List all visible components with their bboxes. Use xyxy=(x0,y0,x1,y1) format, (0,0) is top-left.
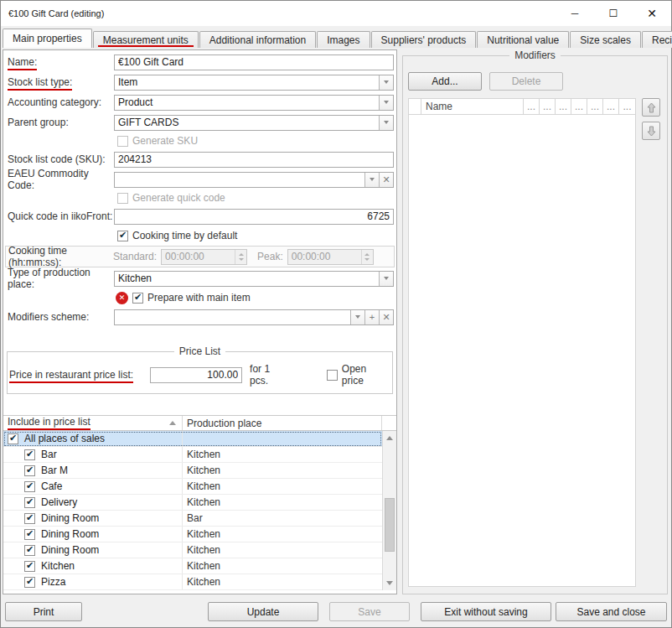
generate-quick-code-label: Generate quick code xyxy=(132,192,225,204)
production-place-type-select[interactable]: Kitchen xyxy=(114,271,394,287)
modifier-extra-column: ... xyxy=(619,99,635,114)
eaeu-code-label: EAEU Commodity Code: xyxy=(8,168,114,191)
row-checkbox[interactable]: ✔ xyxy=(24,561,35,572)
place-of-sales-label: Dining Room xyxy=(41,528,99,540)
price-row: Price in restaurant price list: for 1 pc… xyxy=(8,357,392,387)
table-row[interactable]: ✔Bar MKitchen xyxy=(3,463,382,479)
scroll-up-icon[interactable] xyxy=(386,436,393,440)
modifiers-table-header: Name ..................... xyxy=(409,99,635,115)
chevron-down-icon[interactable] xyxy=(379,116,393,130)
table-row[interactable]: ✔PizzaKitchen xyxy=(3,574,382,590)
chevron-down-icon[interactable] xyxy=(379,96,393,110)
production-place-type-label: Type of production place: xyxy=(8,267,114,290)
close-button[interactable]: ✕ xyxy=(633,1,671,26)
prepare-with-main-item-row: ✕ ✔ Prepare with main item xyxy=(3,288,396,307)
save-and-close-button[interactable]: Save and close xyxy=(556,602,667,621)
tab-nutritional-value[interactable]: Nutritional value xyxy=(477,31,569,48)
table-row[interactable]: ✔KitchenKitchen xyxy=(3,558,382,574)
chevron-down-icon[interactable] xyxy=(350,310,364,324)
modifiers-table-area: Name ..................... xyxy=(408,98,660,587)
accounting-category-row: Accounting category: Product xyxy=(3,92,396,112)
tab-bar: Main propertiesMeasurement unitsAddition… xyxy=(1,26,671,48)
stock-list-type-select[interactable]: Item xyxy=(114,75,394,91)
tab-recipes[interactable]: Recipes xyxy=(642,31,672,48)
row-checkbox[interactable]: ✔ xyxy=(24,465,35,476)
scrollbar[interactable] xyxy=(382,431,396,590)
chevron-down-icon[interactable] xyxy=(364,173,379,187)
table-row[interactable]: ✔DeliveryKitchen xyxy=(3,495,382,511)
modifier-extra-column: ... xyxy=(603,99,619,114)
move-down-button[interactable] xyxy=(642,122,660,140)
generate-quick-code-row: Generate quick code xyxy=(3,189,396,206)
name-input[interactable] xyxy=(114,54,394,70)
generate-sku-row: Generate SKU xyxy=(3,132,396,149)
row-checkbox[interactable]: ✔ xyxy=(24,481,35,492)
accounting-category-select[interactable]: Product xyxy=(114,95,394,111)
clear-icon[interactable]: ✕ xyxy=(379,173,393,187)
chevron-down-icon[interactable] xyxy=(379,75,393,90)
parent-group-select[interactable]: GIFT CARDS xyxy=(114,115,394,131)
clear-icon[interactable]: ✕ xyxy=(379,310,393,324)
error-icon: ✕ xyxy=(116,292,128,304)
move-up-button[interactable] xyxy=(642,98,660,117)
include-cell: ✔Delivery xyxy=(3,495,183,510)
column-header-production-place[interactable]: Production place xyxy=(183,416,382,430)
include-cell: ✔Dining Room xyxy=(3,511,183,526)
cooking-time-default-label: Cooking time by default xyxy=(132,230,237,241)
table-row[interactable]: ✔BarKitchen xyxy=(3,447,382,463)
modifiers-scheme-select[interactable]: + ✕ xyxy=(114,309,394,325)
place-of-sales-label: Delivery xyxy=(41,496,77,508)
tab-additional-information[interactable]: Additional information xyxy=(199,31,316,48)
exit-without-saving-button[interactable]: Exit without saving xyxy=(421,602,551,621)
price-input[interactable] xyxy=(150,367,242,383)
row-checkbox[interactable]: ✔ xyxy=(24,529,35,540)
stock-list-code-input[interactable] xyxy=(114,152,394,168)
print-button[interactable]: Print xyxy=(5,602,82,621)
stock-list-code-label: Stock list code (SKU): xyxy=(8,153,114,165)
row-checkbox[interactable]: ✔ xyxy=(8,433,18,444)
table-row[interactable]: ✔Dining RoomKitchen xyxy=(3,527,382,542)
update-button[interactable]: Update xyxy=(208,602,318,621)
open-price-checkbox[interactable] xyxy=(327,370,338,381)
tab-images[interactable]: Images xyxy=(317,31,370,48)
row-checkbox[interactable]: ✔ xyxy=(24,497,35,508)
maximize-icon: ☐ xyxy=(609,8,618,19)
row-checkbox[interactable]: ✔ xyxy=(24,545,35,556)
table-row[interactable]: ✔Dining RoomKitchen xyxy=(3,542,382,558)
chevron-down-icon[interactable] xyxy=(379,272,393,286)
row-checkbox[interactable]: ✔ xyxy=(24,513,35,524)
modifiers-table-body[interactable] xyxy=(409,115,635,586)
scrollbar-thumb[interactable] xyxy=(385,498,395,553)
tab-suppliers-products[interactable]: Suppliers' products xyxy=(371,31,477,48)
table-row[interactable]: ✔Dining RoomBar xyxy=(3,511,382,527)
main-content: Name: Stock list type: Item Accounting c… xyxy=(1,48,671,596)
tab-main-properties[interactable]: Main properties xyxy=(3,29,92,48)
prepare-with-main-item-checkbox[interactable]: ✔ xyxy=(132,293,143,304)
row-checkbox[interactable]: ✔ xyxy=(24,577,35,588)
maximize-button[interactable]: ☐ xyxy=(594,1,633,26)
quick-code-input[interactable] xyxy=(114,209,394,225)
cooking-time-standard-input: 00:00:00 xyxy=(161,249,247,265)
eaeu-code-select[interactable]: ✕ xyxy=(114,172,394,188)
column-header-include-in-price-list[interactable]: Include in price list xyxy=(3,416,183,430)
add-icon[interactable]: + xyxy=(364,310,379,324)
add-modifier-button[interactable]: Add... xyxy=(408,72,482,91)
modifier-extra-column: ... xyxy=(540,99,556,114)
row-checkbox[interactable]: ✔ xyxy=(24,449,35,460)
delete-modifier-button: Delete xyxy=(489,72,563,91)
prepare-with-main-item-label: Prepare with main item xyxy=(147,292,251,304)
generate-sku-label: Generate SKU xyxy=(132,135,198,147)
production-place-cell: Kitchen xyxy=(183,495,382,510)
table-row[interactable]: ✔All places of sales xyxy=(3,431,382,447)
quick-code-label: Quick code in iikoFront: xyxy=(8,210,114,222)
stock-list-type-label: Stock list type: xyxy=(8,76,114,88)
footer-bar: Print Update Save Exit without saving Sa… xyxy=(1,596,671,627)
tab-size-scales[interactable]: Size scales xyxy=(570,31,641,48)
minimize-button[interactable]: ─ xyxy=(556,1,594,26)
table-row[interactable]: ✔CafeKitchen xyxy=(3,479,382,495)
tab-measurement-units[interactable]: Measurement units xyxy=(93,31,199,48)
cooking-time-default-row: ✔ Cooking time by default xyxy=(3,226,396,245)
scroll-down-icon[interactable] xyxy=(386,581,393,585)
cooking-time-default-checkbox[interactable]: ✔ xyxy=(117,231,128,241)
modifiers-panel: Modifiers Add... Delete Name ...........… xyxy=(402,49,668,594)
